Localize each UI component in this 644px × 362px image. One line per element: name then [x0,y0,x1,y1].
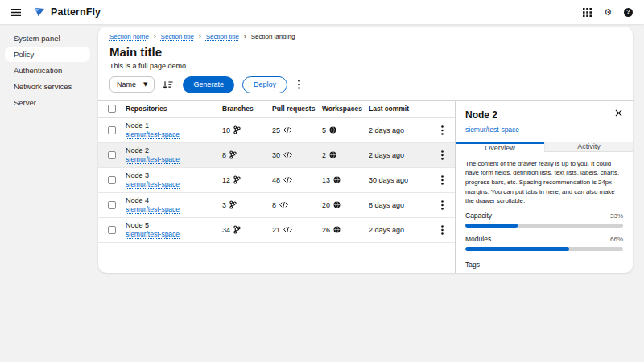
code-icon [283,226,292,233]
cube-globe-icon [333,201,341,208]
sidebar-item-label: Policy [14,50,34,59]
chevron-right-icon: › [154,34,156,40]
branches-count: 34 [222,226,230,234]
repo-space-link[interactable]: siemur/test-space [126,130,222,138]
masthead: PatternFly ⚙ ? [0,0,644,24]
name-filter-select[interactable]: Name ▼ [109,76,155,93]
select-all-checkbox[interactable] [108,105,116,113]
row-kebab-icon[interactable] [441,175,455,185]
settings-gear-icon[interactable]: ⚙ [604,8,612,17]
patternfly-logo-icon [33,6,46,19]
sidebar-item-authentication[interactable]: Authentication [5,63,90,78]
row-checkbox[interactable] [108,176,116,184]
last-commit: 2 days ago [369,151,433,159]
caret-down-icon: ▼ [143,81,147,88]
branches-count: 10 [222,126,230,134]
progress-fill [465,224,518,228]
breadcrumb-current: Section landing [251,33,295,41]
code-icon [283,151,292,158]
repo-space-link[interactable]: siemur/test-space [126,230,222,238]
row-kebab-icon[interactable] [441,200,455,210]
column-header: Pull requests [272,105,322,113]
progress-label: Modules [465,235,491,243]
drawer-tabs: Overview Activity [456,142,633,152]
last-commit: 2 days ago [369,126,433,134]
modules-progress: Modules 66% [456,235,633,258]
row-kebab-icon[interactable] [441,125,455,135]
detail-drawer: Node 2 siemur/test-space Overview Activi… [455,101,633,273]
drawer-space-link[interactable]: siemur/test-space [465,125,519,134]
table-header-row: Repositories Branches Pull requests Work… [98,101,455,118]
breadcrumb-link[interactable]: Section title [206,33,239,41]
close-icon[interactable] [615,109,622,117]
column-header: Workspaces [322,105,369,113]
pull-requests-count: 48 [272,176,280,184]
masthead-actions: ⚙ ? [583,8,633,17]
card-header: Section home › Section title › Section t… [98,27,633,70]
chevron-right-icon: › [199,34,201,40]
toolbar: Name ▼ Generate Deploy [98,70,633,100]
repo-name: Node 5 [126,221,222,229]
branches-count: 3 [222,201,226,209]
brand-title: PatternFly [51,6,101,18]
last-commit: 30 days ago [369,176,433,184]
repo-space-link[interactable]: siemur/test-space [126,155,222,163]
repo-name: Node 3 [126,171,222,179]
sidebar-item-policy[interactable]: Policy [5,47,90,62]
progress-label: Capacity [465,212,492,220]
sidebar-item-server[interactable]: Server [5,95,90,110]
sort-button[interactable] [163,80,173,89]
breadcrumb-link[interactable]: Section home [109,33,149,41]
pull-requests-count: 30 [272,151,280,159]
table-row: Node 5 siemur/test-space 34 21 26 2 days… [98,218,455,243]
row-checkbox[interactable] [108,226,116,234]
repositories-table: Repositories Branches Pull requests Work… [98,101,455,273]
tags-label: Tags [465,261,623,269]
brand: PatternFly [33,6,101,19]
column-header: Branches [222,105,272,113]
code-branch-icon [233,175,241,184]
breadcrumb-link[interactable]: Section title [161,33,194,41]
table-row: Node 4 siemur/test-space 3 8 20 8 days a… [98,193,455,218]
progress-value: 33% [610,212,623,220]
row-checkbox[interactable] [108,151,116,159]
generate-button[interactable]: Generate [183,76,234,93]
code-branch-icon [233,125,241,134]
table-row: Node 1 siemur/test-space 10 25 5 2 days … [98,118,455,143]
row-kebab-icon[interactable] [441,225,455,235]
page-title: Main title [109,45,621,59]
workspaces-count: 5 [322,126,326,134]
breadcrumb: Section home › Section title › Section t… [109,33,621,41]
repo-space-link[interactable]: siemur/test-space [126,205,222,213]
sidebar-item-system-panel[interactable]: System panel [5,31,90,46]
last-commit: 8 days ago [369,201,433,209]
branches-count: 12 [222,176,230,184]
column-header: Last commit [369,105,433,113]
workspaces-count: 13 [322,176,330,184]
row-checkbox[interactable] [108,126,116,134]
sidebar-item-label: Authentication [14,66,62,75]
deploy-button[interactable]: Deploy [242,76,287,93]
cube-globe-icon [329,151,336,158]
drawer-body-text: The content of the drawer really is up t… [456,152,633,208]
cube-globe-icon [333,176,341,183]
toolbar-kebab-icon[interactable] [295,80,303,89]
tab-overview[interactable]: Overview [456,142,544,152]
repo-space-link[interactable]: siemur/test-space [126,180,222,188]
apps-grid-icon[interactable] [583,8,592,17]
pull-requests-count: 8 [272,201,276,209]
row-kebab-icon[interactable] [441,150,455,160]
code-branch-icon [229,200,237,209]
tags-section: Tags Tag 1 Tag 2 Tag 3 2 more [456,258,633,273]
row-checkbox[interactable] [108,201,116,209]
repo-name: Node 1 [126,121,222,130]
sidebar-item-label: Network services [14,82,72,91]
chevron-right-icon: › [244,34,246,40]
help-icon[interactable]: ? [624,8,633,17]
sidebar-item-label: Server [14,98,36,107]
tab-activity[interactable]: Activity [544,142,633,152]
sidebar-item-network-services[interactable]: Network services [5,79,90,94]
table-row: Node 3 siemur/test-space 12 48 13 30 day… [98,168,455,193]
progress-track [465,247,623,251]
menu-hamburger-icon[interactable] [11,8,21,17]
